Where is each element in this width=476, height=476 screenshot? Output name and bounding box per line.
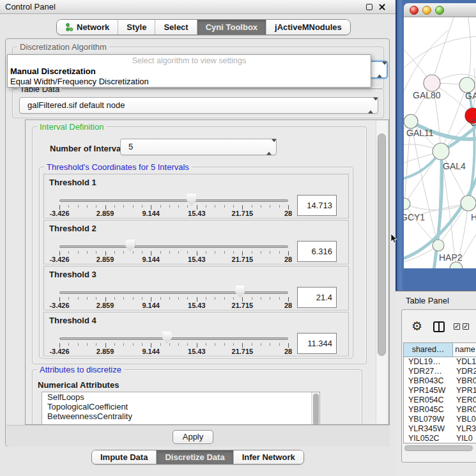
combo-arrows-icon (266, 142, 272, 152)
tab-label: Cyni Toolbox (206, 20, 257, 35)
tab-infer-network[interactable]: Infer Network (234, 450, 303, 464)
column-layout-icon[interactable] (433, 321, 445, 332)
table-row[interactable]: YBL079WYBL0 (404, 415, 476, 424)
network-window-titlebar[interactable] (404, 3, 476, 17)
threshold-value-field[interactable]: 14.713 (297, 195, 337, 216)
dropdown-option-equal-width-frequency[interactable]: Equal Width/Frequency Discretization (10, 77, 149, 86)
group-title: Discretization Algorithm (17, 42, 109, 52)
table-row[interactable]: YBR045CYBR0 (404, 405, 476, 415)
tab-label: jActiveMNodules (275, 20, 342, 35)
list-scrollbar[interactable] (311, 392, 319, 425)
apply-button[interactable]: Apply (173, 430, 213, 444)
tab-select[interactable]: Select (155, 20, 197, 35)
close-traffic-light-icon[interactable] (410, 6, 418, 15)
close-icon[interactable] (378, 3, 386, 11)
slider-track[interactable] (59, 245, 288, 248)
number-of-intervals-combobox[interactable]: 5 (120, 139, 277, 155)
network-node[interactable] (450, 262, 463, 268)
table-data-group: Table Data galFiltered.sif default node (12, 89, 384, 118)
table-horizontal-scrollbar[interactable] (404, 445, 473, 451)
table-row[interactable]: YLR345WYLR3 (404, 424, 476, 434)
column-header-name[interactable]: name (453, 343, 476, 357)
table-row[interactable]: YBR043CYBR0 (404, 376, 476, 386)
slider-handle[interactable] (162, 332, 172, 344)
slider-scale-labels: -3.426 2.859 9.144 15.43 21.715 28 (59, 348, 288, 355)
table-row[interactable]: YIL052CYIL0 (404, 434, 476, 443)
dropdown-placeholder: Select algorithm to view settings (8, 56, 371, 65)
threshold-2-panel: Threshold 2 -3.426 2.859 9.144 15.43 21.… (43, 220, 349, 265)
tab-jactivemnodules[interactable]: jActiveMNodules (266, 20, 350, 35)
tab-style[interactable]: Style (118, 20, 155, 35)
tab-cyni-toolbox[interactable]: Cyni Toolbox (197, 20, 266, 35)
threshold-value-field[interactable]: 6.316 (297, 241, 337, 262)
checkbox-icon[interactable]: ✓ (463, 323, 469, 330)
number-of-intervals-label: Number of Intervals (50, 144, 128, 153)
node-label: HAP2 (439, 252, 463, 263)
attributes-to-discretize-group: Attributes to discretize Numerical Attri… (32, 369, 362, 425)
threshold-4-panel: Threshold 4 -3.426 2.859 9.144 15.43 21.… (43, 312, 349, 357)
slider-handle[interactable] (125, 240, 135, 252)
slider-track[interactable] (59, 291, 288, 294)
node-label: GCY1 (404, 212, 425, 222)
threshold-value-field[interactable]: 11.344 (297, 333, 337, 354)
column-header-shared-name[interactable]: shared… (404, 343, 453, 357)
top-tab-bar: Network Style Select Cyni Toolbox jActiv… (56, 19, 351, 35)
viewport-scrollbar[interactable] (376, 121, 387, 424)
network-view-frame: GAL80GACGAL11GAL4GCY1HHAP2 (395, 0, 476, 291)
cyni-toolbox-content: Discretization Algorithm Select algorith… (5, 38, 390, 447)
network-canvas[interactable]: GAL80GACGAL11GAL4GCY1HHAP2 (404, 17, 476, 268)
network-node[interactable] (424, 75, 440, 91)
control-panel: Control Panel Network Style Select Cyni … (0, 0, 395, 476)
checkbox-icon[interactable]: ✓ (454, 323, 460, 330)
tab-label: Style (127, 20, 146, 35)
table-panel-body: ⚙ ✓ ✓ shared… name YDL19…YDL1 YDR27…YDR2… (401, 309, 476, 463)
combo-value: galFiltered.sif default node (27, 98, 125, 113)
table-row[interactable]: YER054CYER0 (404, 395, 476, 405)
tab-discretize-data[interactable]: Discretize Data (157, 450, 233, 464)
slider-handle[interactable] (235, 286, 245, 298)
group-title: Interval Definition (37, 122, 106, 132)
node-label: GA (465, 91, 476, 101)
node-label: GAL4 (443, 161, 466, 171)
table-header-row: shared… name (404, 343, 476, 357)
group-title: Threshold's Coordinates for 5 Intervals (44, 162, 192, 172)
slider-handle[interactable] (187, 194, 196, 206)
apply-bar: Apply (6, 425, 390, 447)
network-icon (65, 23, 73, 31)
table-row[interactable]: YPR145WYPR1 (404, 386, 476, 395)
list-item[interactable]: TopologicalCoefficient (42, 402, 319, 411)
table-row[interactable]: YDR27…YDR2 (404, 367, 476, 376)
node-label: C (470, 118, 476, 128)
network-node[interactable] (404, 114, 418, 128)
panel-title: Control Panel (5, 2, 56, 12)
network-node[interactable] (433, 240, 444, 251)
combo-arrows-icon (377, 65, 382, 75)
threshold-3-panel: Threshold 3 -3.426 2.859 9.144 15.43 21.… (43, 266, 349, 311)
threshold-value-field[interactable]: 21.4 (297, 287, 337, 308)
threshold-label: Threshold 1 (49, 178, 96, 187)
zoom-traffic-light-icon[interactable] (435, 6, 444, 15)
scrollbar-thumb[interactable] (378, 134, 386, 356)
gear-icon[interactable]: ⚙ (411, 320, 422, 332)
network-node[interactable] (461, 196, 476, 211)
float-window-icon[interactable] (366, 4, 372, 10)
slider-track[interactable] (59, 199, 288, 202)
dropdown-option-manual-discretization[interactable]: Manual Discretization (10, 66, 96, 76)
minimize-traffic-light-icon[interactable] (422, 6, 431, 15)
network-window: GAL80GACGAL11GAL4GCY1HHAP2 (404, 3, 476, 268)
table-row[interactable]: YDL19…YDL1 (404, 357, 476, 367)
list-item[interactable]: BetweennessCentrality (42, 411, 319, 421)
list-item[interactable]: SelfLoops (42, 392, 319, 402)
numerical-attributes-list[interactable]: SelfLoops TopologicalCoefficient Between… (42, 392, 320, 425)
slider-scale-labels: -3.426 2.859 9.144 15.43 21.715 28 (59, 210, 288, 217)
network-node[interactable] (433, 143, 449, 160)
table-panel-title: Table Panel (406, 296, 449, 305)
network-node[interactable] (404, 198, 410, 210)
tab-impute-data[interactable]: Impute Data (92, 450, 157, 464)
tab-network[interactable]: Network (57, 20, 118, 35)
table-data-combobox[interactable]: galFiltered.sif default node (19, 97, 378, 114)
slider-track[interactable] (59, 337, 288, 340)
tab-label: Select (164, 20, 188, 35)
node-attribute-table[interactable]: shared… name YDL19…YDL1 YDR27…YDR2 YBR04… (403, 342, 476, 443)
tab-label: Network (77, 20, 109, 35)
